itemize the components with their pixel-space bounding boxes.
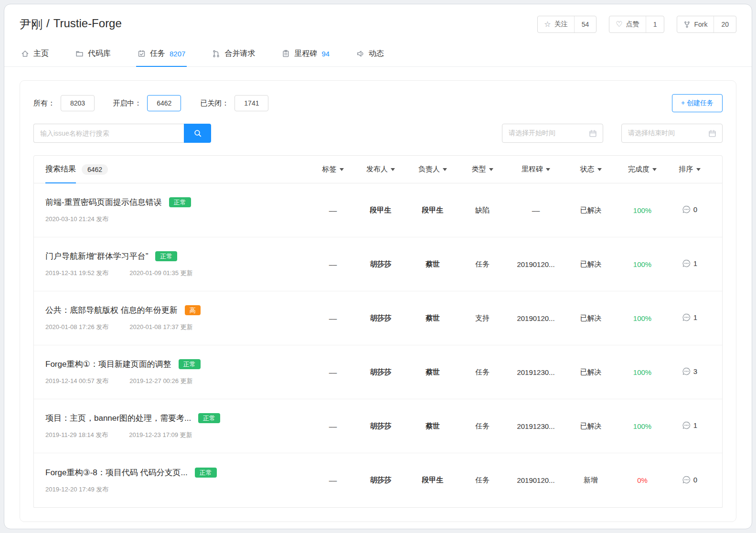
caret-down-icon: [340, 168, 344, 171]
column-header-assignee[interactable]: 负责人: [407, 156, 458, 183]
task-publisher: 胡莎莎: [354, 260, 407, 269]
end-date-picker[interactable]: 请选择结束时间: [621, 124, 723, 143]
tab-activity[interactable]: 动态: [355, 42, 385, 66]
date-filters: 请选择开始时间 请选择结束时间: [502, 124, 723, 143]
calendar-icon: [708, 129, 716, 138]
tab-home[interactable]: 主页: [20, 42, 50, 66]
table-row[interactable]: Forge重构③-8：项目代码 代码分支页... 正常 2019-12-20 1…: [34, 453, 722, 507]
comment-count: 3: [693, 367, 697, 375]
table-row[interactable]: 项目：主页，banner图的处理，需要考... 正常 2019-11-29 18…: [34, 399, 722, 453]
table-row[interactable]: 前端-重置密码页面提示信息错误 正常 2020-03-10 21:24 发布 –…: [34, 183, 722, 237]
priority-badge: 正常: [169, 197, 191, 207]
tasks-panel: 所有： 8203 开启中： 6462 已关闭： 1741 + 创建任务 请选择开…: [20, 80, 736, 522]
tab-count: 8207: [170, 50, 185, 58]
task-type: 支持: [458, 314, 506, 323]
task-milestone: 20191230...: [506, 422, 565, 430]
task-milestone: 20191230...: [506, 368, 565, 376]
comments-link[interactable]: 1: [682, 313, 697, 322]
task-publisher: 胡莎莎: [354, 476, 407, 485]
results-table: 搜索结果 6462 标签 发布人 负责人 类型: [33, 155, 723, 508]
column-header-tag[interactable]: 标签: [311, 156, 354, 183]
fork-count[interactable]: 20: [713, 16, 736, 32]
home-icon: [21, 50, 29, 58]
comments-link[interactable]: 0: [682, 475, 697, 484]
column-header-publisher[interactable]: 发布人: [354, 156, 407, 183]
search-results-tab[interactable]: 搜索结果: [45, 156, 76, 183]
task-created-time: 2020-01-08 17:26 发布: [45, 323, 108, 331]
task-title-link[interactable]: 门户导航新增“群体学习平台”: [45, 251, 148, 262]
repo-owner-link[interactable]: 尹刚: [20, 17, 43, 32]
filter-open-count[interactable]: 6462: [147, 95, 181, 111]
comment-icon: [682, 205, 691, 214]
repo-title: 尹刚 / Trustie-Forge: [20, 17, 122, 32]
task-created-time: 2019-12-20 17:49 发布: [45, 485, 108, 494]
table-header: 搜索结果 6462 标签 发布人 负责人 类型: [34, 156, 722, 183]
comment-count: 0: [693, 205, 697, 213]
column-header-milestone[interactable]: 里程碑: [506, 156, 565, 183]
milestone-icon: [282, 50, 290, 58]
tab-tasks[interactable]: 任务 8207: [136, 42, 187, 66]
results-count-pill: 6462: [82, 164, 108, 175]
repo-name-link[interactable]: Trustie-Forge: [53, 17, 122, 32]
create-task-button[interactable]: + 创建任务: [672, 94, 723, 112]
completion-value: 100%: [616, 206, 669, 214]
comment-icon: [682, 313, 691, 322]
task-status: 已解决: [565, 260, 616, 269]
task-sort-cell: 3: [669, 367, 711, 377]
tab-label: 动态: [369, 49, 384, 59]
task-publisher: 胡莎莎: [354, 422, 407, 431]
task-sort-cell: 1: [669, 259, 711, 269]
filter-all-count[interactable]: 8203: [61, 95, 95, 111]
repo-nav: 主页 代码库 任务 8207 合并请求 里程碑 94 动态: [4, 42, 752, 67]
column-header-type[interactable]: 类型: [458, 156, 506, 183]
task-title-link[interactable]: 前端-重置密码页面提示信息错误: [45, 197, 162, 208]
comment-count: 0: [693, 476, 697, 484]
heart-icon: ♡: [616, 21, 622, 28]
task-title-link[interactable]: 公共：底部导航版权 信息的年份更新: [45, 305, 178, 316]
completion-value: 0%: [616, 476, 669, 484]
tab-milestones[interactable]: 里程碑 94: [280, 42, 331, 66]
comments-link[interactable]: 1: [682, 259, 697, 268]
table-row[interactable]: Forge重构①：项目新建页面的调整 正常 2019-12-14 00:57 发…: [34, 345, 722, 399]
column-header-completion[interactable]: 完成度: [616, 156, 669, 183]
task-milestone: ––: [506, 206, 565, 214]
task-meta: 2019-11-29 18:14 发布 2019-12-23 17:09 更新: [45, 431, 306, 439]
task-meta: 2020-03-10 21:24 发布: [45, 215, 306, 224]
filter-all-label: 所有：: [33, 99, 55, 108]
fork-button[interactable]: Fork 20: [677, 16, 736, 33]
comments-link[interactable]: 3: [682, 367, 697, 376]
praise-button[interactable]: ♡ 点赞 1: [609, 16, 664, 33]
task-assignee: 蔡世: [407, 422, 458, 431]
tab-label: 里程碑: [294, 49, 317, 59]
comments-link[interactable]: 0: [682, 205, 697, 214]
task-tag: ––: [311, 368, 354, 376]
completion-value: 100%: [616, 260, 669, 268]
tab-repository[interactable]: 代码库: [74, 42, 112, 66]
task-main: Forge重构③-8：项目代码 代码分支页... 正常 2019-12-20 1…: [45, 467, 311, 494]
task-meta: 2019-12-14 00:57 发布 2019-12-27 00:26 更新: [45, 377, 306, 385]
caret-down-icon: [652, 168, 657, 171]
table-row[interactable]: 公共：底部导航版权 信息的年份更新 高 2020-01-08 17:26 发布 …: [34, 291, 722, 345]
table-row[interactable]: 门户导航新增“群体学习平台” 正常 2019-12-31 19:52 发布 20…: [34, 237, 722, 291]
start-date-picker[interactable]: 请选择开始时间: [502, 124, 603, 143]
task-title-link[interactable]: 项目：主页，banner图的处理，需要考...: [45, 413, 191, 424]
task-publisher: 胡莎莎: [354, 368, 407, 377]
comments-link[interactable]: 1: [682, 421, 697, 430]
comment-count: 1: [693, 313, 697, 321]
task-updated-time: 2019-12-27 00:26 更新: [129, 377, 192, 385]
task-title-link[interactable]: Forge重构①：项目新建页面的调整: [45, 359, 171, 370]
search-button[interactable]: [184, 124, 211, 143]
tab-merge-requests[interactable]: 合并请求: [211, 42, 256, 66]
filter-closed-count[interactable]: 1741: [234, 95, 268, 111]
end-date-placeholder: 请选择结束时间: [628, 129, 675, 138]
comment-icon: [682, 259, 691, 268]
watch-button[interactable]: ☆ 关注 54: [537, 16, 596, 33]
task-title-link[interactable]: Forge重构③-8：项目代码 代码分支页...: [45, 467, 188, 478]
issue-search-input[interactable]: [33, 124, 184, 143]
column-header-sort[interactable]: 排序: [669, 156, 711, 183]
watch-count[interactable]: 54: [574, 16, 596, 32]
tab-label: 主页: [33, 49, 49, 59]
column-header-status[interactable]: 状态: [565, 156, 616, 183]
task-tag: ––: [311, 476, 354, 484]
praise-count[interactable]: 1: [646, 16, 664, 32]
